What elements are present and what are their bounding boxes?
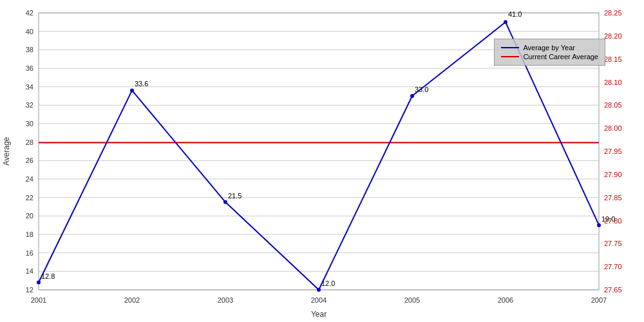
svg-text:2002: 2002 bbox=[124, 296, 140, 304]
svg-text:14: 14 bbox=[26, 267, 33, 275]
svg-text:30: 30 bbox=[26, 120, 33, 128]
svg-text:21.5: 21.5 bbox=[228, 192, 242, 200]
svg-text:28.25: 28.25 bbox=[604, 9, 622, 17]
svg-text:38: 38 bbox=[26, 46, 33, 53]
svg-text:34: 34 bbox=[26, 83, 33, 91]
svg-point-72 bbox=[504, 20, 507, 24]
svg-text:27.85: 27.85 bbox=[604, 194, 622, 202]
svg-text:28.05: 28.05 bbox=[604, 101, 622, 109]
svg-text:2001: 2001 bbox=[31, 296, 46, 304]
legend-label-career: Current Career Average bbox=[523, 53, 598, 61]
svg-point-68 bbox=[317, 288, 321, 292]
svg-text:27.95: 27.95 bbox=[604, 147, 622, 155]
svg-text:28.20: 28.20 bbox=[604, 32, 622, 40]
svg-text:42: 42 bbox=[26, 9, 33, 17]
svg-text:Year: Year bbox=[311, 310, 327, 319]
svg-text:16: 16 bbox=[26, 249, 33, 257]
svg-point-62 bbox=[37, 281, 41, 285]
legend-box: Average by Year Current Career Average bbox=[494, 39, 605, 66]
svg-text:27.75: 27.75 bbox=[604, 240, 622, 247]
svg-text:33.6: 33.6 bbox=[135, 80, 148, 88]
svg-text:36: 36 bbox=[26, 64, 33, 72]
svg-text:20: 20 bbox=[26, 212, 33, 220]
svg-text:41.0: 41.0 bbox=[508, 10, 522, 18]
svg-text:28: 28 bbox=[26, 138, 33, 146]
svg-text:12: 12 bbox=[26, 286, 33, 294]
svg-text:2005: 2005 bbox=[404, 296, 420, 304]
svg-text:28.00: 28.00 bbox=[604, 124, 622, 132]
svg-point-74 bbox=[597, 223, 601, 227]
legend-line-red bbox=[501, 56, 519, 57]
svg-text:28.10: 28.10 bbox=[604, 79, 622, 86]
svg-text:27.65: 27.65 bbox=[604, 286, 622, 294]
chart-container: 12141618202224262830323436384042Average2… bbox=[0, 0, 644, 322]
svg-text:Average: Average bbox=[2, 137, 11, 166]
svg-text:27.70: 27.70 bbox=[604, 263, 622, 270]
svg-line-57 bbox=[132, 90, 225, 202]
svg-point-66 bbox=[223, 200, 227, 204]
svg-point-70 bbox=[410, 94, 414, 98]
svg-text:32: 32 bbox=[26, 101, 33, 109]
svg-text:2007: 2007 bbox=[591, 296, 607, 304]
svg-line-59 bbox=[319, 96, 412, 290]
svg-text:24: 24 bbox=[26, 175, 33, 183]
svg-text:2006: 2006 bbox=[498, 296, 513, 304]
svg-text:12.0: 12.0 bbox=[321, 279, 335, 287]
svg-text:2004: 2004 bbox=[311, 296, 327, 304]
svg-text:2003: 2003 bbox=[218, 296, 233, 304]
svg-text:28.15: 28.15 bbox=[604, 55, 622, 63]
svg-line-60 bbox=[412, 22, 506, 96]
svg-text:27.90: 27.90 bbox=[604, 171, 622, 178]
svg-line-58 bbox=[225, 202, 319, 290]
svg-text:33.0: 33.0 bbox=[415, 86, 428, 93]
legend-item-career: Current Career Average bbox=[501, 53, 598, 61]
svg-text:40: 40 bbox=[26, 28, 33, 35]
svg-text:26: 26 bbox=[26, 156, 33, 164]
svg-text:22: 22 bbox=[26, 194, 33, 202]
svg-text:18: 18 bbox=[26, 231, 33, 238]
legend-label-average: Average by Year bbox=[523, 44, 575, 52]
legend-line-blue bbox=[501, 47, 519, 48]
svg-text:19.0: 19.0 bbox=[601, 215, 615, 223]
svg-line-56 bbox=[39, 90, 132, 282]
svg-point-64 bbox=[130, 88, 134, 92]
svg-text:12.8: 12.8 bbox=[41, 272, 55, 280]
legend-item-average: Average by Year bbox=[501, 44, 598, 52]
